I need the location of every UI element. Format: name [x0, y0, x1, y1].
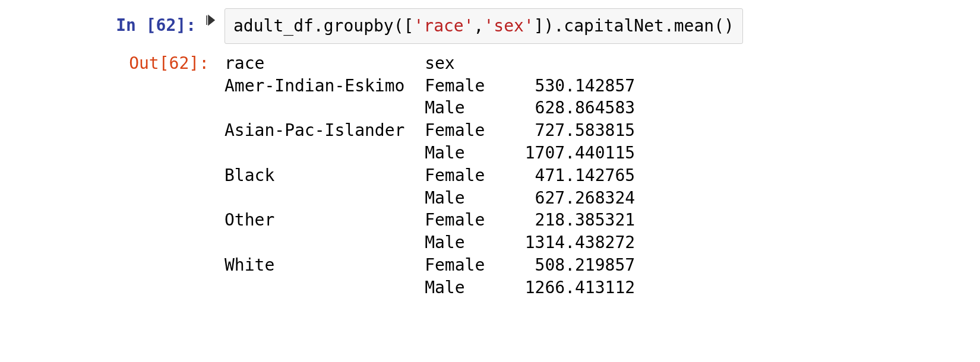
code-seg-2: ]).capitalNet.mean(): [534, 16, 734, 36]
output-text: race sex Amer-Indian-Eskimo Female 530.1…: [225, 51, 635, 299]
output-cell: Out[62]: race sex Amer-Indian-Eskimo Fem…: [0, 51, 980, 299]
input-cell: In [62]: adult_df.groupby(['race','sex']…: [0, 8, 980, 44]
code-input[interactable]: adult_df.groupby(['race','sex']).capital…: [225, 8, 743, 44]
code-string-1: 'race': [413, 16, 473, 36]
output-prompt: Out[62]:: [0, 51, 220, 75]
code-string-2: 'sex': [483, 16, 533, 36]
code-comma: ,: [474, 16, 484, 36]
run-button[interactable]: [202, 8, 220, 26]
input-prompt: In [62]:: [0, 8, 202, 37]
run-icon: [205, 14, 217, 26]
code-seg-1: adult_df.groupby([: [233, 16, 413, 36]
